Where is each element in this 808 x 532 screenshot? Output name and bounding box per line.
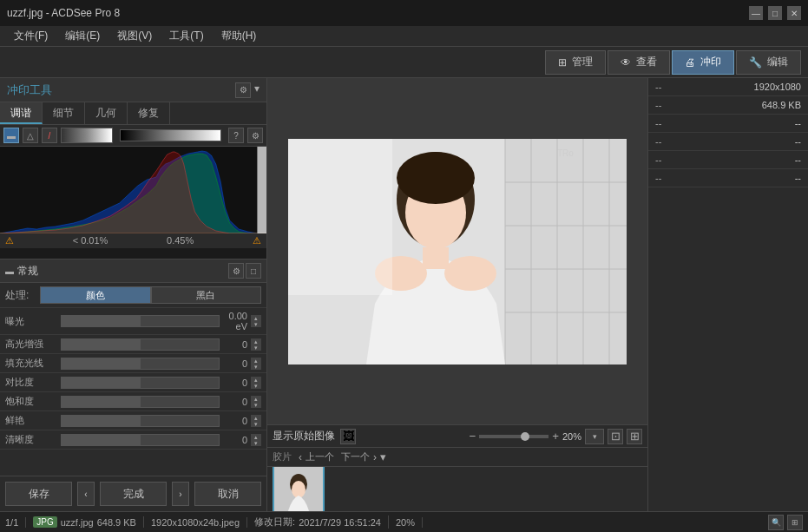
histogram-luminosity[interactable]: △ bbox=[23, 128, 38, 143]
print-label: 冲印 bbox=[700, 55, 721, 69]
vibrance-row: 鲜艳 0 ▴ ▾ bbox=[0, 411, 266, 430]
fill-light-slider[interactable] bbox=[61, 358, 220, 370]
histogram-red[interactable]: / bbox=[42, 128, 57, 143]
grid-icon: ⊞ bbox=[558, 56, 567, 69]
view-button[interactable]: 👁 查看 bbox=[608, 50, 670, 75]
clarity-down[interactable]: ▾ bbox=[251, 440, 261, 446]
done-button[interactable]: 完成 bbox=[100, 482, 167, 506]
meta-label-3: -- bbox=[655, 118, 661, 128]
svg-point-14 bbox=[397, 152, 475, 204]
manage-button[interactable]: ⊞ 管理 bbox=[545, 50, 606, 75]
histogram-settings-icon[interactable]: ⚙ bbox=[247, 128, 263, 143]
zoom-minus-button[interactable]: − bbox=[469, 430, 476, 443]
window-controls[interactable]: — □ ✕ bbox=[749, 6, 801, 20]
exposure-spinner[interactable]: ▴ ▾ bbox=[251, 315, 261, 327]
tab-tune[interactable]: 调谐 bbox=[0, 102, 43, 124]
main-image: TRo bbox=[288, 139, 627, 365]
film-thumb-1[interactable] bbox=[273, 467, 325, 511]
contrast-spinner[interactable]: ▴ ▾ bbox=[251, 377, 261, 389]
filmstrip-right-arrow: › bbox=[373, 451, 377, 463]
print-icon: 🖨 bbox=[685, 56, 695, 69]
file-info-section: JPG uzzf.jpg 648.9 KB bbox=[33, 516, 144, 528]
save-button[interactable]: 保存 bbox=[5, 482, 72, 506]
print-button[interactable]: 🖨 冲印 bbox=[672, 50, 734, 75]
prev-button[interactable]: ‹ bbox=[77, 482, 95, 506]
tab-repair[interactable]: 修复 bbox=[128, 102, 170, 124]
histogram-color[interactable] bbox=[61, 128, 113, 143]
exposure-slider[interactable] bbox=[61, 315, 220, 327]
settings-icon[interactable]: ⚙ bbox=[235, 82, 251, 98]
color-button[interactable]: 颜色 bbox=[40, 286, 151, 304]
meta-value-1: 1920x1080 bbox=[754, 82, 801, 92]
show-original-label: 显示原始图像 bbox=[273, 429, 335, 443]
svg-rect-0 bbox=[257, 147, 266, 233]
section-collapse-icon[interactable]: ▬ bbox=[5, 266, 14, 276]
filmstrip-dropdown-button[interactable]: ▾ bbox=[380, 450, 386, 463]
help-icon[interactable]: ? bbox=[228, 128, 244, 143]
svg-rect-18 bbox=[288, 139, 392, 295]
status-icon-1[interactable]: 🔍 bbox=[768, 515, 784, 530]
fill-light-row: 填充光线 0 ▴ ▾ bbox=[0, 354, 266, 373]
highlight-down[interactable]: ▾ bbox=[251, 345, 261, 351]
status-icon-2[interactable]: ⊞ bbox=[787, 515, 803, 530]
fill-light-spinner[interactable]: ▴ ▾ bbox=[251, 358, 261, 370]
fill-light-up[interactable]: ▴ bbox=[251, 358, 261, 364]
highlight-up[interactable]: ▴ bbox=[251, 338, 261, 345]
minimize-button[interactable]: — bbox=[749, 6, 763, 20]
menu-view[interactable]: 视图(V) bbox=[110, 27, 159, 45]
saturation-up[interactable]: ▴ bbox=[251, 396, 261, 402]
zoom-fill-button[interactable]: ⊞ bbox=[627, 429, 642, 444]
gradient-slider[interactable] bbox=[120, 129, 221, 141]
menu-help[interactable]: 帮助(H) bbox=[214, 27, 264, 45]
vibrance-up[interactable]: ▴ bbox=[251, 415, 261, 421]
exposure-up[interactable]: ▴ bbox=[251, 315, 261, 321]
process-label: 处理: bbox=[5, 288, 40, 303]
highlight-spinner[interactable]: ▴ ▾ bbox=[251, 338, 261, 351]
menu-edit[interactable]: 编辑(E) bbox=[58, 27, 107, 45]
bw-button[interactable]: 黑白 bbox=[151, 286, 262, 304]
maximize-button[interactable]: □ bbox=[768, 6, 782, 20]
vibrance-spinner[interactable]: ▴ ▾ bbox=[251, 415, 261, 427]
zoom-slider[interactable] bbox=[479, 435, 549, 438]
clarity-slider[interactable] bbox=[61, 434, 220, 446]
clarity-row: 清晰度 0 ▴ ▾ bbox=[0, 430, 266, 450]
contrast-up[interactable]: ▴ bbox=[251, 377, 261, 383]
tab-detail[interactable]: 细节 bbox=[43, 102, 85, 124]
zoom-plus-button[interactable]: + bbox=[552, 430, 559, 443]
saturation-down[interactable]: ▾ bbox=[251, 402, 261, 408]
next-film-label[interactable]: 下一个 bbox=[341, 450, 370, 463]
tab-geometry[interactable]: 几何 bbox=[85, 102, 128, 124]
histogram-channel-rgb[interactable]: ▬ bbox=[3, 128, 19, 143]
show-original-button[interactable]: 🖼 bbox=[340, 429, 356, 444]
file-dimensions: 1920x1080x24b.jpeg bbox=[151, 517, 240, 528]
edit-button[interactable]: 🔧 编辑 bbox=[736, 50, 801, 75]
contrast-label: 对比度 bbox=[5, 376, 57, 389]
zoom-fit-button[interactable]: ⊡ bbox=[608, 429, 623, 444]
saturation-spinner[interactable]: ▴ ▾ bbox=[251, 396, 261, 408]
clarity-label: 清晰度 bbox=[5, 433, 57, 446]
section-pin-icon[interactable]: □ bbox=[246, 263, 261, 279]
highlight-slider[interactable] bbox=[61, 338, 220, 351]
zoom-dropdown-button[interactable]: ▾ bbox=[585, 429, 604, 444]
menu-tools[interactable]: 工具(T) bbox=[162, 27, 210, 45]
vibrance-down[interactable]: ▾ bbox=[251, 421, 261, 427]
close-button[interactable]: ✕ bbox=[787, 6, 801, 20]
contrast-slider[interactable] bbox=[61, 377, 220, 389]
section-settings-icon[interactable]: ⚙ bbox=[228, 263, 244, 279]
status-icons: 🔍 ⊞ bbox=[768, 515, 803, 530]
saturation-row: 饱和度 0 ▴ ▾ bbox=[0, 392, 266, 411]
section-header: ▬ 常规 ⚙ □ bbox=[0, 259, 266, 283]
file-format-badge: JPG bbox=[33, 516, 56, 528]
contrast-down[interactable]: ▾ bbox=[251, 383, 261, 389]
fill-light-down[interactable]: ▾ bbox=[251, 364, 261, 370]
next-button[interactable]: › bbox=[172, 482, 189, 506]
exposure-down[interactable]: ▾ bbox=[251, 321, 261, 327]
clarity-spinner[interactable]: ▴ ▾ bbox=[251, 434, 261, 446]
prev-film-label[interactable]: 上一个 bbox=[305, 450, 334, 463]
vibrance-slider[interactable] bbox=[61, 415, 220, 427]
dimensions-section: 1920x1080x24b.jpeg bbox=[151, 517, 247, 528]
clarity-up[interactable]: ▴ bbox=[251, 434, 261, 440]
cancel-button[interactable]: 取消 bbox=[194, 482, 261, 506]
saturation-slider[interactable] bbox=[61, 396, 220, 408]
menu-file[interactable]: 文件(F) bbox=[7, 27, 55, 45]
